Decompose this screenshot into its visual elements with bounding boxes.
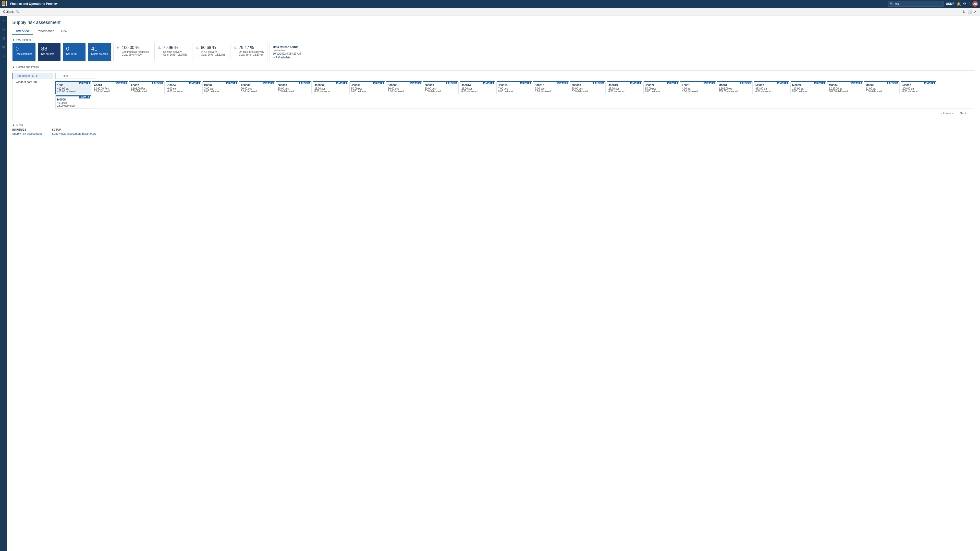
- tile-J00019[interactable]: LINES: 1 J00019 25.00 pcs 0.00 delivered: [607, 81, 642, 94]
- tile-lines: LINES: 2: [79, 96, 90, 98]
- tiles-grid: LINES: 1 1000 412.00 ea 410.00 delivered…: [56, 81, 973, 108]
- refresh-button[interactable]: ↻: [963, 10, 966, 14]
- tile-M0001[interactable]: LINES: 2 M0001 1,185.00 ea 755.00 delive…: [717, 81, 752, 94]
- next-button[interactable]: Next ›: [958, 111, 969, 116]
- tile-J00006[interactable]: LINES: 1 J00006 25.00 pcs 0.00 delivered: [313, 81, 348, 94]
- home-icon[interactable]: ⌂: [0, 18, 6, 24]
- not-in-full-label: Not in-full: [66, 52, 83, 56]
- tile-1000[interactable]: LINES: 1 1000 412.00 ea 410.00 delivered: [56, 81, 91, 94]
- tile-qty: 200.00 ea: [902, 87, 935, 90]
- tile-J00016[interactable]: LINES: 2 J00016 7.00 pcs 0.00 delivered: [533, 81, 569, 94]
- links-group-inquiries: INQUIRIES Supply risk assessment: [12, 128, 42, 135]
- tile-J00003[interactable]: LINES: 1 J00003 20.00 pcs 0.00 delivered: [276, 81, 312, 94]
- tile-J00008[interactable]: LINES: 1 J00008 50.00 pcs 0.00 delivered: [386, 81, 422, 94]
- settings-icon[interactable]: ⚙: [963, 2, 966, 6]
- details-section-header[interactable]: ▲ Details and impact: [12, 65, 975, 68]
- tile-lines: LINES: 1: [887, 82, 898, 84]
- warn-icon-2: ⚠: [196, 45, 199, 49]
- confirmed-goal: Goal: 96% (4.00%): [122, 53, 149, 56]
- tile-A0001[interactable]: LINES: 8 A0001 1,090.00 Pcs 0.00 deliver…: [92, 81, 128, 94]
- tile-M0007[interactable]: LINES: 2 M0007 200.00 ea 0.00 delivered: [900, 81, 936, 94]
- user-avatar[interactable]: AD: [972, 1, 978, 6]
- notification-icon[interactable]: 🔔: [956, 2, 961, 6]
- tile-qty: 4.00 ea: [682, 87, 714, 90]
- insight-in-full-delivery[interactable]: ⚠ 80.68 % In-full delivery Goal: 96% (-1…: [192, 43, 228, 61]
- supply-risk-assessment-link[interactable]: Supply risk assessment: [12, 132, 42, 135]
- tile-F00006[interactable]: LINES: 1 F00006 20.00 pcs 0.00 delivered: [239, 81, 275, 94]
- insight-not-in-full[interactable]: 0 Not in-full: [63, 43, 86, 61]
- star-icon[interactable]: ☆: [0, 27, 6, 33]
- tile-J00018[interactable]: LINES: 1 J00018 20.00 pcs 0.00 delivered: [570, 81, 606, 94]
- tab-risk[interactable]: Risk: [58, 28, 71, 35]
- tile-J00014[interactable]: LINES: 1 J00014 28.00 pcs 0.00 delivered: [460, 81, 495, 94]
- data-refresh-title: Data refresh status: [273, 45, 307, 48]
- insight-single-sourced[interactable]: 41 Single sourced: [88, 43, 111, 61]
- tile-delivered: 0.00 delivered: [241, 90, 273, 93]
- insight-confirmed-as-requested[interactable]: ✔ 100.00 % Confirmed as requested Goal: …: [113, 43, 152, 61]
- tile-J00009[interactable]: LINES: 1 J00009 50.00 pcs 0.00 delivered: [423, 81, 458, 94]
- tile-delivered: 0.00 delivered: [682, 90, 714, 93]
- tile-L0001[interactable]: LINES: 1 L0001 4.00 ea 0.00 delivered: [680, 81, 716, 94]
- links-section-label: Links: [16, 123, 23, 126]
- late-confirmed-value: 0: [16, 45, 32, 52]
- refresh-data-label: Refresh data: [275, 56, 290, 59]
- links-section: ▲ Links INQUIRIES Supply risk assessment…: [12, 123, 975, 135]
- tile-M0005[interactable]: LINES: 1 M0005 11.00 ea 0.00 delivered: [864, 81, 900, 94]
- tile-M0002[interactable]: LINES: 1 M0002 883.00 ea 0.00 delivered: [754, 81, 789, 94]
- previous-chevron-icon: ‹: [941, 112, 942, 115]
- key-insights-header[interactable]: ▲ Key insights: [12, 38, 975, 41]
- confirmed-pct: 100.00 %: [122, 45, 149, 50]
- tile-J00007[interactable]: LINES: 1 J00007 50.00 pcs 0.00 delivered: [349, 81, 385, 94]
- grid-icon[interactable]: ⊞: [0, 44, 6, 50]
- maximize-button[interactable]: ⬜: [967, 10, 972, 14]
- tab-performance[interactable]: Performance: [33, 28, 58, 35]
- insight-on-time-delivery[interactable]: ⚠ 79.95 % On-time delivery Goal: 96% (-1…: [154, 43, 190, 61]
- on-time-goal: Goal: 96% (-16.05%): [163, 53, 187, 56]
- list-icon[interactable]: ≡: [0, 52, 6, 59]
- help-icon[interactable]: ?: [968, 2, 970, 6]
- tile-C0004[interactable]: LINES: 1 C0004 0.00 ea 0.00 delivered: [165, 81, 201, 94]
- global-search[interactable]: 🔍: [888, 1, 944, 6]
- tile-J00015[interactable]: LINES: 1 J00015 7.00 pcs 0.00 delivered: [496, 81, 532, 94]
- tile-D0002[interactable]: LINES: 1 D0002 3.00 ea 0.00 delivered: [202, 81, 238, 94]
- tile-lines: LINES: 1: [79, 82, 90, 84]
- sidebar-item-products-not-otif[interactable]: Products not OTIF: [13, 73, 53, 79]
- on-time-pct: 79.95 %: [163, 45, 187, 50]
- tile-lines: LINES: 2: [924, 82, 935, 84]
- tile-qty: 20.00 pcs: [278, 87, 310, 90]
- refresh-data-link[interactable]: ↻ Refresh data: [273, 56, 307, 59]
- insight-not-on-time[interactable]: 83 Not on-time: [38, 43, 61, 61]
- filter-input[interactable]: [56, 73, 96, 79]
- insight-on-time-in-full[interactable]: ⚠ 79.47 % On-time in-full delivery Goal:…: [230, 43, 267, 61]
- search-input[interactable]: [894, 2, 942, 5]
- left-nav: ⌂ ☆ ◷ ⊞ ≡: [0, 16, 7, 551]
- tab-overview[interactable]: Overview: [12, 28, 33, 35]
- main-content: Supply risk assessment Overview Performa…: [7, 16, 980, 551]
- tile-M0008[interactable]: LINES: 2 M0008 45.00 ea 25.00 delivered: [56, 95, 91, 108]
- details-chevron: ▲: [12, 65, 15, 68]
- details-section-label: Details and impact: [16, 65, 40, 68]
- app-logo: [2, 1, 7, 6]
- tile-M0003[interactable]: LINES: 3 M0003 110.00 ea 0.00 delivered: [791, 81, 826, 94]
- close-button[interactable]: ✕: [974, 10, 977, 14]
- tile-lines: LINES: 1: [446, 82, 457, 84]
- tile-qty: 7.00 pcs: [498, 87, 530, 90]
- inquiries-title: INQUIRIES: [12, 128, 42, 131]
- insight-late-confirmed[interactable]: 0 Late confirmed: [12, 43, 36, 61]
- clock-icon[interactable]: ◷: [0, 35, 6, 41]
- links-section-header[interactable]: ▲ Links: [12, 123, 975, 126]
- tile-lines: LINES: 1: [777, 82, 788, 84]
- sidebar-item-vendors-not-otif[interactable]: Vendors not OTIF: [13, 79, 53, 85]
- previous-button[interactable]: ‹ Previous: [939, 111, 956, 116]
- tile-lines: LINES: 2: [557, 82, 568, 84]
- supply-risk-parameters-link[interactable]: Supply risk assessment parameters: [52, 132, 97, 135]
- tile-M0004[interactable]: LINES: 2 M0004 1,127.00 ea 661.00 delive…: [827, 81, 863, 94]
- otif-label: On-time in-full delivery: [239, 51, 264, 53]
- tile-delivered: 755.00 delivered: [719, 90, 751, 93]
- not-in-full-value: 0: [66, 45, 83, 52]
- options-search-icon[interactable]: 🔍: [16, 10, 19, 14]
- tile-A0002[interactable]: LINES: 6 A0002 1,101.00 Pcs 0.00 deliver…: [129, 81, 165, 94]
- tile-J00022[interactable]: LINES: 1 J00022 50.00 pcs 0.00 delivered: [643, 81, 679, 94]
- tile-lines: LINES: 1: [483, 82, 494, 84]
- user-company: USMF: [946, 2, 955, 6]
